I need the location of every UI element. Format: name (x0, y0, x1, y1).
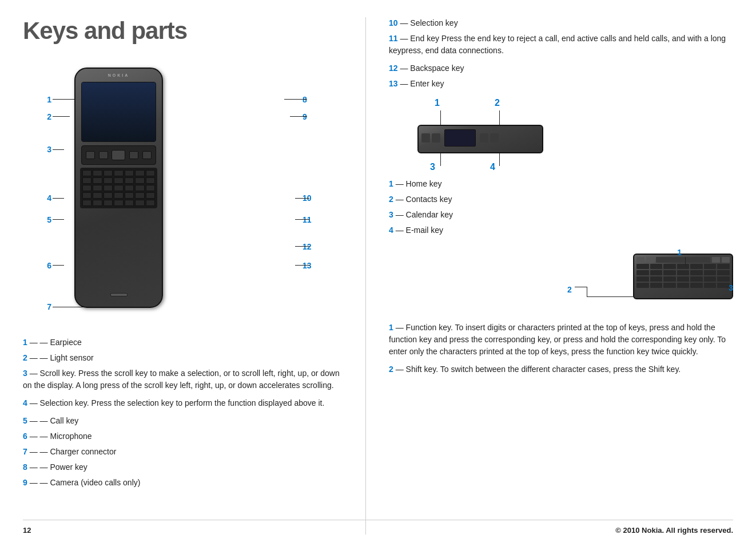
label-4-left: 4 (47, 193, 51, 203)
label-8-right: 8 (303, 95, 307, 104)
bottom-item-2: 2 — Shift key. To switch between the dif… (389, 363, 733, 375)
diag-label-3: 3 (430, 162, 435, 172)
label-13-right: 13 (303, 261, 312, 270)
item-10: 10 — Selection key (389, 17, 733, 29)
diag-label-2: 2 (495, 98, 500, 108)
label-11-right: 11 (303, 215, 312, 224)
label-3-left: 3 (47, 145, 51, 154)
label-2-left: 2 (47, 112, 51, 121)
diag-label-1: 1 (435, 98, 440, 108)
item-8: 8 — — Power key (23, 461, 348, 473)
item-13: 13 — Enter key (389, 78, 733, 90)
footer-copyright: © 2010 Nokia. All rights reserved. (615, 526, 733, 535)
right-item-1: 1 — Home key (389, 178, 733, 190)
label-7-left: 7 (47, 302, 51, 311)
right-item-3: 3 — Calendar key (389, 209, 733, 221)
kbd-label-1: 1 (677, 248, 682, 257)
item-7: 7 — — Charger connector (23, 446, 348, 458)
page-title: Keys and parts (23, 17, 348, 45)
item-5: 5 — — Call key (23, 415, 348, 427)
item-1: 1 — — Earpiece (23, 337, 348, 349)
label-5-left: 5 (47, 215, 51, 224)
item-11: 11 — End key Press the end key to reject… (389, 33, 733, 57)
diag-label-4: 4 (490, 162, 495, 172)
label-1-left: 1 (47, 95, 51, 104)
kbd-label-2: 2 (567, 285, 572, 294)
item-6: 6 — — Microphone (23, 430, 348, 442)
right-item-4: 4 — E-mail key (389, 224, 733, 236)
item-2: 2 — — Light sensor (23, 352, 348, 364)
label-12-right: 12 (303, 242, 312, 251)
right-item-2: 2 — Contacts key (389, 193, 733, 205)
item-9: 9 — — Camera (video calls only) (23, 477, 348, 489)
footer-page-number: 12 (23, 526, 31, 535)
item-12: 12 — Backspace key (389, 62, 733, 74)
item-3: 3 — Scroll key. Press the scroll key to … (23, 367, 348, 391)
label-6-left: 6 (47, 261, 51, 270)
item-4: 4 — Selection key. Press the selection k… (23, 397, 348, 409)
bottom-item-1: 1 — Function key. To insert digits or ch… (389, 322, 733, 358)
label-9-right: 9 (303, 112, 307, 121)
kbd-label-3: 3 (729, 283, 733, 292)
nokia-label: NOKIA (75, 69, 162, 77)
